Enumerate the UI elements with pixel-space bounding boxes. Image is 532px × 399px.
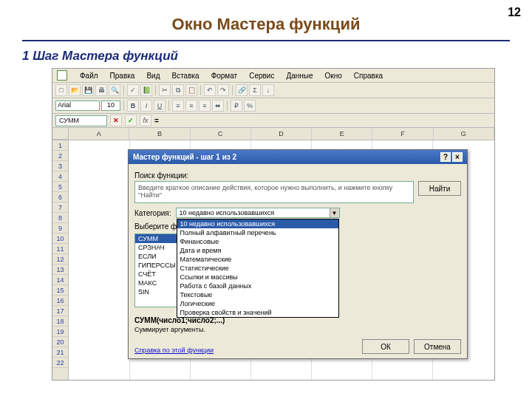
cancel-formula-icon[interactable]: ✕	[110, 115, 122, 126]
cancel-button[interactable]: Отмена	[414, 339, 461, 354]
copy-icon[interactable]: ⧉	[172, 84, 184, 96]
preview-icon[interactable]: 🔍	[109, 84, 120, 96]
close-icon[interactable]: ×	[452, 152, 463, 162]
menu-help[interactable]: Справка	[352, 71, 385, 81]
separator-icon	[168, 100, 169, 111]
row-header[interactable]: 10	[52, 233, 68, 244]
search-label: Поиск функции:	[134, 171, 461, 180]
print-icon[interactable]: 🖶	[95, 84, 107, 96]
help-icon[interactable]: ?	[440, 152, 451, 162]
find-button[interactable]: Найти	[418, 181, 461, 196]
category-option[interactable]: Текстовые	[177, 290, 338, 299]
row-header[interactable]: 3	[52, 161, 68, 171]
category-option[interactable]: Полный алфавитный перечень	[177, 228, 338, 237]
menu-file[interactable]: Файл	[78, 71, 100, 81]
row-header[interactable]: 22	[52, 358, 68, 368]
col-header[interactable]: B	[129, 128, 190, 140]
menu-data[interactable]: Данные	[284, 71, 315, 81]
align-center-icon[interactable]: ≡	[185, 100, 197, 112]
row-header[interactable]: 11	[52, 244, 68, 254]
name-box[interactable]: СУММ	[55, 115, 107, 126]
sum-icon[interactable]: Σ	[249, 84, 261, 96]
font-name-input[interactable]: Arial	[55, 100, 100, 111]
row-header[interactable]: 17	[52, 306, 68, 316]
category-dropdown: 10 недавно использовавшихся Полный алфав…	[177, 219, 339, 318]
open-icon[interactable]: 📂	[69, 84, 81, 96]
category-option[interactable]: Финансовые	[177, 237, 338, 246]
accept-formula-icon[interactable]: ✓	[125, 115, 137, 126]
row-header[interactable]: 21	[52, 347, 68, 358]
function-wizard-dialog: Мастер функций - шаг 1 из 2 ? × Поиск фу…	[128, 149, 468, 359]
row-header[interactable]: 12	[52, 254, 68, 265]
col-header[interactable]: D	[251, 128, 312, 140]
category-option[interactable]: Логические	[177, 299, 338, 308]
row-header[interactable]: 16	[52, 296, 68, 306]
row-header[interactable]: 5	[52, 182, 68, 192]
row-header[interactable]: 1	[52, 140, 68, 151]
align-left-icon[interactable]: ≡	[172, 100, 184, 112]
help-link[interactable]: Справка по этой функции	[134, 347, 214, 354]
row-header[interactable]: 9	[52, 223, 68, 233]
spell-icon[interactable]: ✓	[127, 84, 139, 96]
fx-icon[interactable]: fx	[140, 115, 151, 126]
align-right-icon[interactable]: ≡	[199, 100, 211, 112]
col-header[interactable]: E	[312, 128, 372, 140]
row-header[interactable]: 20	[52, 337, 68, 347]
row-header[interactable]: 6	[52, 192, 68, 202]
category-option[interactable]: Статистические	[177, 264, 338, 273]
menu-tools[interactable]: Сервис	[247, 71, 276, 81]
category-option[interactable]: Проверка свойств и значений	[177, 308, 338, 317]
cut-icon[interactable]: ✂	[159, 84, 171, 96]
spreadsheet-grid: A B C D E F G 1 2 3 4 5 6 7 8 9	[52, 128, 494, 380]
col-header[interactable]: A	[69, 128, 129, 140]
row-header[interactable]: 14	[52, 275, 68, 285]
row-header[interactable]: 13	[52, 265, 68, 275]
menu-edit[interactable]: Правка	[108, 71, 137, 81]
category-combo[interactable]: 10 недавно использовавшихся ▼ 10 недавно…	[176, 208, 340, 218]
dialog-titlebar[interactable]: Мастер функций - шаг 1 из 2 ? ×	[129, 150, 467, 164]
separator-icon	[123, 100, 124, 111]
row-header[interactable]: 8	[52, 213, 68, 223]
link-icon[interactable]: 🔗	[236, 84, 248, 96]
select-all[interactable]	[52, 128, 69, 140]
redo-icon[interactable]: ↷	[217, 84, 229, 96]
category-option[interactable]: 10 недавно использовавшихся	[177, 219, 338, 228]
search-input[interactable]: Введите краткое описание действия, котор…	[134, 181, 414, 203]
sort-icon[interactable]: ↓	[262, 84, 274, 96]
row-header[interactable]: 15	[52, 285, 68, 296]
category-option[interactable]: Ссылки и массивы	[177, 273, 338, 282]
menu-view[interactable]: Вид	[144, 71, 162, 81]
menu-window[interactable]: Окно	[323, 71, 344, 81]
italic-icon[interactable]: I	[140, 100, 152, 112]
row-header[interactable]: 7	[52, 202, 68, 213]
merge-icon[interactable]: ⬌	[212, 100, 224, 112]
row-header[interactable]: 2	[52, 151, 68, 161]
paste-icon[interactable]: 📋	[185, 84, 197, 96]
currency-icon[interactable]: ₽	[231, 100, 242, 112]
row-header[interactable]: 18	[52, 316, 68, 327]
row-header[interactable]: 19	[52, 327, 68, 337]
spreadsheet-screenshot: Файл Правка Вид Вставка Формат Сервис Да…	[52, 68, 495, 381]
category-option[interactable]: Дата и время	[177, 246, 338, 255]
col-header[interactable]: G	[434, 128, 494, 140]
bold-icon[interactable]: B	[127, 100, 139, 112]
category-option[interactable]: Работа с базой данных	[177, 282, 338, 290]
row-header[interactable]: 4	[52, 171, 68, 182]
save-icon[interactable]: 💾	[82, 84, 94, 96]
col-header[interactable]: F	[372, 128, 433, 140]
underline-icon[interactable]: U	[154, 100, 166, 112]
menu-insert[interactable]: Вставка	[169, 71, 201, 81]
formula-bar: СУММ ✕ ✓ fx =	[52, 114, 494, 128]
formula-content[interactable]: =	[154, 117, 159, 125]
menu-format[interactable]: Формат	[209, 71, 240, 81]
chevron-down-icon[interactable]: ▼	[330, 208, 339, 217]
research-icon[interactable]: 📗	[140, 84, 152, 96]
undo-icon[interactable]: ↶	[204, 84, 216, 96]
ok-button[interactable]: ОК	[362, 339, 409, 354]
category-option[interactable]: Математические	[177, 255, 338, 264]
col-header[interactable]: C	[191, 128, 251, 140]
cells-area[interactable]: Мастер функций - шаг 1 из 2 ? × Поиск фу…	[69, 140, 494, 380]
font-size-input[interactable]: 10	[101, 100, 120, 111]
new-icon[interactable]: □	[55, 84, 67, 96]
percent-icon[interactable]: %	[244, 100, 256, 112]
